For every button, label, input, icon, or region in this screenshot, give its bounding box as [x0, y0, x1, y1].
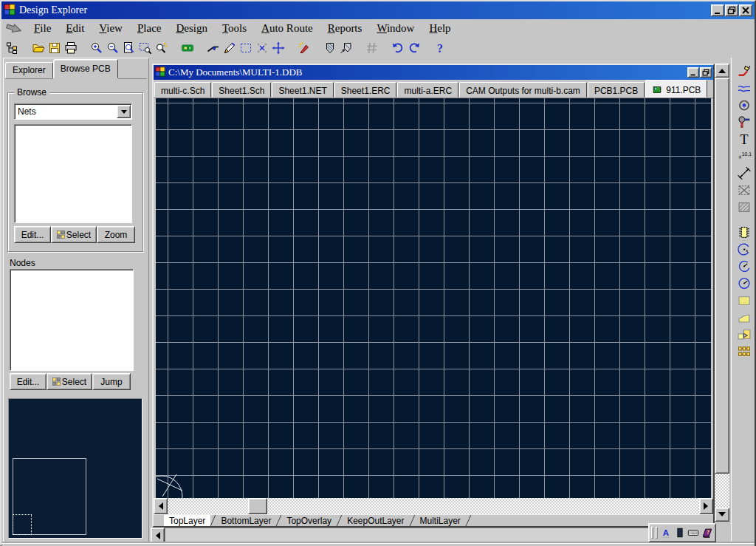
place-component-button[interactable]	[735, 225, 754, 240]
browse-edit-button[interactable]: Edit...	[14, 226, 51, 243]
workspace-vscrollbar[interactable]	[715, 64, 729, 522]
document-tab-multi-c-sch[interactable]: multi-c.Sch	[154, 82, 211, 98]
toolbar-grip[interactable]	[656, 527, 658, 539]
menu-auto-route[interactable]: Auto Route	[254, 21, 320, 36]
vscroll-thumb[interactable]	[715, 78, 729, 474]
hscroll-thumb[interactable]	[248, 498, 267, 514]
browse-select-button[interactable]: Select	[51, 226, 97, 243]
save-button[interactable]	[47, 40, 63, 56]
place-pad-button[interactable]	[735, 115, 754, 130]
menu-help[interactable]: Help	[422, 21, 458, 36]
open-folder-button[interactable]	[30, 40, 47, 56]
place-string-button[interactable]: T	[735, 132, 754, 147]
layer-tab-toplayer[interactable]: TopLayer	[164, 515, 210, 526]
zoom-point-button[interactable]	[154, 40, 170, 56]
menu-window[interactable]: Window	[369, 21, 422, 36]
layer-tab-topoverlay[interactable]: TopOverlay	[281, 515, 337, 526]
scroll-up-button[interactable]	[715, 64, 729, 78]
place-polygon-button[interactable]	[735, 310, 754, 325]
minimap-viewport[interactable]	[13, 514, 32, 535]
place-keepout-fill-button[interactable]	[735, 182, 754, 198]
menu-place[interactable]: Place	[130, 21, 168, 36]
ws-scroll-left-button[interactable]	[151, 528, 165, 543]
browse-component-button[interactable]	[179, 40, 196, 56]
combo-dropdown-button[interactable]	[117, 105, 131, 118]
pcb-canvas[interactable]	[156, 98, 711, 498]
zoom-out-button[interactable]	[105, 40, 121, 56]
zoom-document-button[interactable]	[121, 40, 137, 56]
undo-button[interactable]	[390, 40, 406, 56]
interactive-route-button[interactable]	[735, 64, 754, 79]
deselect-button[interactable]	[254, 40, 270, 56]
doc-restore-button[interactable]	[700, 67, 712, 78]
cross-probe-button[interactable]	[205, 40, 221, 56]
panel-tab-explorer[interactable]: Explorer	[5, 62, 53, 78]
layer-tab-keepoutlayer[interactable]: KeepOutLayer	[342, 515, 409, 526]
workspace-hscrollbar[interactable]	[151, 528, 715, 543]
place-fill-button[interactable]	[735, 293, 754, 308]
grid-toggle-button[interactable]	[364, 40, 380, 56]
document-tab-911-pcb[interactable]: 911.PCB	[645, 80, 707, 98]
place-arc-angle-button[interactable]	[735, 276, 754, 291]
close-button[interactable]	[739, 4, 752, 16]
menu-reports[interactable]: Reports	[320, 21, 370, 36]
paste-special-button[interactable]	[735, 327, 754, 342]
menu-design[interactable]: Design	[168, 21, 215, 36]
annotation-a-button[interactable]: A	[660, 526, 673, 539]
print-button[interactable]	[63, 40, 79, 56]
place-via-button[interactable]	[735, 98, 754, 113]
scroll-down-button[interactable]	[715, 508, 729, 522]
nodes-select-button[interactable]: Select	[47, 373, 92, 390]
place-hatched-fill-button[interactable]	[735, 199, 754, 215]
redo-button[interactable]	[406, 40, 422, 56]
system-menu-arrow-icon[interactable]	[1, 24, 27, 33]
document-tab-sheet1-net[interactable]: Sheet1.NET	[272, 82, 333, 98]
wizard-pen-button[interactable]	[296, 40, 312, 56]
menu-tools[interactable]: Tools	[215, 21, 254, 36]
keyboard-button[interactable]	[687, 526, 700, 539]
minimize-button[interactable]	[711, 4, 724, 16]
highlight-pen-button[interactable]	[221, 40, 238, 56]
nodes-jump-button[interactable]: Jump	[92, 373, 131, 390]
browse-type-select[interactable]: Nets	[14, 103, 132, 120]
document-tab-pcb1-pcb[interactable]: PCB1.PCB	[588, 82, 645, 98]
layer-tab-multilayer[interactable]: MultiLayer	[415, 515, 466, 526]
zoom-area-button[interactable]	[137, 40, 154, 56]
layer-tab-bottomlayer[interactable]: BottomLayer	[216, 515, 276, 526]
menu-file[interactable]: File	[27, 21, 58, 36]
place-arc-center-button[interactable]	[735, 242, 754, 257]
help-book-button[interactable]: ?	[701, 526, 713, 539]
library-shield-arrow-button[interactable]	[338, 40, 354, 56]
document-hscrollbar[interactable]	[154, 498, 713, 514]
document-tab-cam-outputs-for-multi-b-cam[interactable]: CAM Outputs for multi-b.cam	[459, 82, 587, 98]
move-cross-button[interactable]	[270, 40, 286, 56]
library-shield-button[interactable]	[322, 40, 338, 56]
color-block-button[interactable]	[673, 526, 686, 539]
select-area-button[interactable]	[238, 40, 254, 56]
document-tab-sheet1-erc[interactable]: Sheet1.ERC	[334, 82, 397, 98]
place-coordinate-button[interactable]: +10,10	[735, 149, 754, 164]
menu-edit[interactable]: Edit	[58, 21, 92, 36]
browser-panel: ExplorerBrowse PCB Browse Nets Edit...Se…	[3, 58, 149, 543]
minimap[interactable]	[8, 398, 142, 539]
place-dimension-button[interactable]	[735, 165, 754, 181]
document-tab-sheet1-sch[interactable]: Sheet1.Sch	[212, 82, 271, 98]
panel-tab-browse-pcb[interactable]: Browse PCB	[53, 59, 118, 78]
place-array-button[interactable]	[735, 344, 754, 359]
place-track-button[interactable]	[735, 81, 754, 96]
nodes-edit-button[interactable]: Edit...	[10, 373, 47, 390]
scroll-right-button[interactable]	[699, 498, 713, 514]
zoom-in-button[interactable]	[89, 40, 105, 56]
help-button[interactable]: ?	[432, 40, 448, 56]
place-arc-edge-button[interactable]	[735, 259, 754, 274]
toolbar-grip[interactable]	[651, 527, 653, 539]
restore-button[interactable]	[725, 4, 738, 16]
menu-view[interactable]: View	[92, 21, 130, 36]
document-tab-multi-a-erc[interactable]: multi-a.ERC	[397, 82, 458, 98]
doc-minimize-button[interactable]	[687, 67, 699, 78]
nodes-listbox[interactable]	[10, 269, 134, 371]
nets-listbox[interactable]	[14, 124, 132, 223]
scroll-left-button[interactable]	[154, 498, 168, 514]
explorer-toggle-button[interactable]	[4, 40, 21, 56]
browse-zoom-button[interactable]: Zoom	[97, 226, 135, 243]
